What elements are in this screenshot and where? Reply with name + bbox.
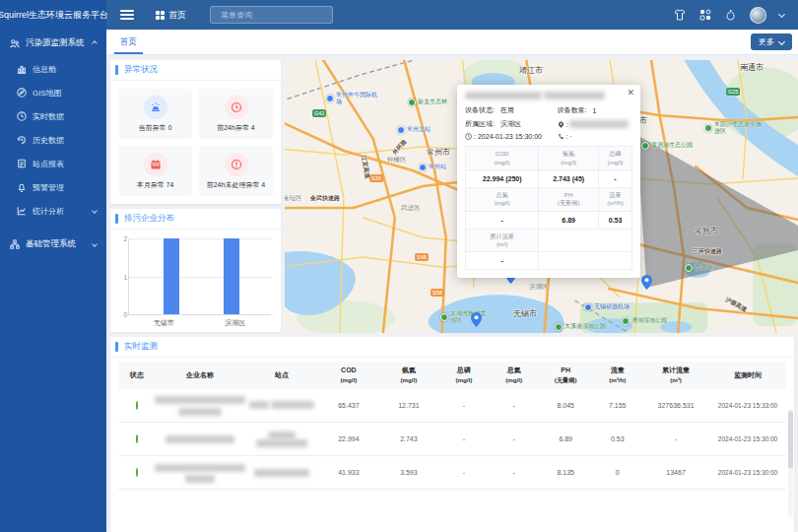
param-value: -	[466, 252, 539, 270]
monitor-table-header: 状态 企业名称 站点 COD(mg/l) 氨氮(mg/l) 总磷(mg/l) 总…	[118, 362, 786, 389]
sidebar-item-history-data[interactable]: 历史数据	[0, 128, 106, 152]
gis-map-icon	[17, 88, 27, 98]
monitor-time: 2024-01-23 15:33:00	[709, 389, 786, 423]
sidebar-item-info-cabin[interactable]: 信息舱	[0, 57, 106, 81]
map-poi[interactable]: 常州北站	[397, 125, 431, 134]
x-label: 无锡市	[128, 318, 200, 328]
phone-icon	[558, 133, 565, 140]
ph-value: 8.045	[539, 389, 592, 423]
more-button-label: 更多	[759, 36, 774, 47]
location-pin-icon	[558, 121, 565, 128]
nh3n-value: 12.731	[378, 389, 438, 423]
sidebar-item-label: 历史数据	[33, 135, 64, 146]
param-value: -	[466, 211, 539, 229]
table-row[interactable]: 65.437 12.731 - - 8.045 7.155 327636.531…	[118, 389, 786, 423]
sidebar-group-base-management[interactable]: 基础管理系统	[0, 231, 106, 258]
param-value: 22.994 (250)	[466, 169, 539, 187]
sidebar-item-label: 统计分析	[33, 206, 64, 217]
more-button[interactable]: 更多	[751, 33, 792, 50]
poi-station-icon	[419, 164, 427, 171]
scrollbar-thumb[interactable]	[788, 411, 793, 468]
table-scrollbar	[788, 409, 793, 517]
theme-icon[interactable]	[673, 9, 686, 22]
map-poi[interactable]: 新龙生态林	[408, 98, 447, 106]
param-header: 流量(m³/h)	[599, 187, 632, 211]
nh3n-value: 3.593	[378, 456, 438, 490]
sidebar: 污染源监测系统 信息舱 GIS地图 实时数据 历史数据 站点报表 预警管理	[0, 30, 106, 532]
cod-value: 22.994	[318, 423, 378, 456]
flow-value: 0.53	[592, 423, 642, 456]
road-shield: S58	[431, 289, 444, 297]
chevron-up-icon	[92, 40, 98, 46]
bell-icon	[17, 182, 27, 192]
tp-value: -	[438, 456, 489, 490]
map-poi[interactable]: 漕湖湿地公园	[622, 316, 667, 325]
menu-search[interactable]	[210, 6, 333, 24]
brand-title: Squirrel生态环境云服务平台	[0, 0, 106, 30]
sidebar-item-station-report[interactable]: 站点报表	[0, 152, 106, 175]
popup-close-icon[interactable]: ✕	[627, 89, 634, 98]
cod-value: 65.437	[318, 389, 378, 423]
device-status: 设备状态: 在用	[465, 105, 558, 115]
map-poi[interactable]: 黄泗浦生态公园	[641, 141, 693, 150]
param-header: COD(mg/l)	[466, 147, 539, 170]
stat-card-unhandled-abnormal[interactable]: 前24h未处理异常 4	[199, 146, 273, 196]
line-chart-icon	[17, 206, 27, 216]
col-header: 流量(m³/h)	[592, 362, 642, 389]
map-poi[interactable]: 常州奔牛国际机场	[326, 92, 379, 105]
stat-card-24h-abnormal[interactable]: 前24h异常 4	[199, 89, 273, 139]
map-poi[interactable]: 昆承湖	[685, 263, 712, 272]
search-input[interactable]	[221, 11, 329, 20]
map-poi[interactable]: 太湖湾旅游度假区	[440, 310, 490, 324]
clock-icon	[465, 133, 472, 140]
table-row[interactable]: 41.933 3.593 - - 8.135 0 13467 2024-01-2…	[118, 456, 786, 490]
sidebar-item-realtime-data[interactable]: 实时数据	[0, 104, 106, 128]
flame-icon[interactable]	[724, 9, 737, 22]
sidebar-item-statistics[interactable]: 统计分析	[0, 199, 106, 223]
sidebar-group-pollution-monitor[interactable]: 污染源监测系统	[0, 30, 106, 57]
param-value: 2.743 (45)	[539, 169, 599, 187]
poi-park-icon	[555, 323, 563, 331]
popup-measurements-table: COD(mg/l) 氨氮(mg/l) 总磷(mg/l) 22.994 (250)…	[465, 146, 632, 270]
monitor-table: 状态 企业名称 站点 COD(mg/l) 氨氮(mg/l) 总磷(mg/l) 总…	[118, 362, 786, 490]
sidebar-item-label: 实时数据	[33, 111, 64, 122]
station-name-redacted	[245, 423, 319, 456]
map-poi[interactable]: 常阴沙生态农业旅游区	[704, 121, 765, 135]
flow-value: 0	[592, 456, 642, 490]
param-header: 累计流量(m³)	[466, 229, 539, 252]
col-header: 监测时间	[709, 362, 786, 389]
hamburger-menu-icon[interactable]	[120, 10, 134, 20]
layout-icon[interactable]	[698, 9, 711, 22]
map-marker-pin[interactable]	[471, 312, 482, 327]
y-tick: 1	[118, 273, 127, 280]
info-cabin-icon	[17, 64, 27, 74]
map-poi[interactable]: 大溪港湿地公园	[555, 322, 606, 331]
map-poi[interactable]: 无锡硕放机场	[584, 302, 630, 311]
user-avatar[interactable]	[750, 7, 766, 24]
table-row[interactable]: 22.994 2.743 - - 6.89 0.53 - 2024-01-23 …	[118, 423, 786, 456]
device-time: :2024-01-23 15:30:00	[465, 133, 558, 140]
chart-plot-area: 2 1 0	[128, 238, 271, 315]
gis-map[interactable]: 南通市 靖江市 港市 常州市 钟楼区 武进区 无锡市 滨湖区 常熟市 金坛区 金…	[285, 60, 798, 333]
poi-lake-icon	[685, 264, 693, 272]
road-shield: G25	[726, 88, 740, 96]
stat-card-current-abnormal[interactable]: 当前异常 0	[118, 89, 192, 139]
map-poi[interactable]: 常州站	[419, 163, 446, 171]
map-marker-pin-selected[interactable]	[641, 275, 652, 290]
tab-bar: 首页 更多	[106, 30, 798, 55]
sidebar-item-gis-map[interactable]: GIS地图	[0, 81, 106, 104]
map-label-city: 靖江市	[519, 65, 543, 76]
enterprise-distribution-panel: 排污企业分布 2 1 0 无锡市 滨湖区	[110, 209, 281, 332]
user-menu-chevron-icon[interactable]	[778, 10, 785, 17]
stat-card-month-abnormal[interactable]: 本月异常 74	[118, 146, 192, 196]
tab-home[interactable]: 首页	[114, 32, 143, 54]
popup-info-grid: 设备状态: 在用 设备数量: 1 所属区域: 滨湖区 :	[465, 105, 632, 140]
stat-card-label: 当前异常 0	[139, 123, 172, 133]
station-info-popup: ✕ 设备状态: 在用 设备数量: 1 所属区域: 滨湖区	[457, 85, 640, 278]
param-value: 0.53	[599, 211, 632, 229]
sidebar-item-alert-management[interactable]: 预警管理	[0, 175, 106, 199]
sidebar-item-label: 信息舱	[33, 64, 56, 75]
device-address: :	[558, 119, 633, 129]
nav-home[interactable]: 首页	[156, 9, 186, 22]
tn-value: -	[489, 456, 539, 490]
